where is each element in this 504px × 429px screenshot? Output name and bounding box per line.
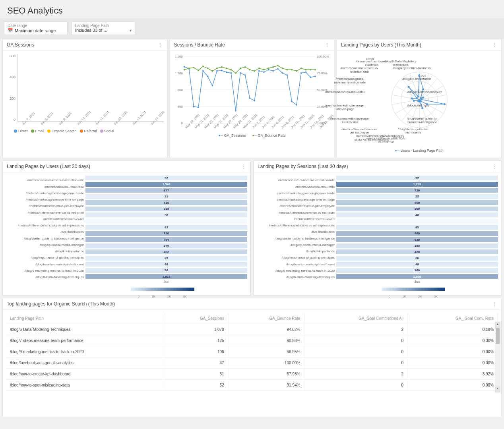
- legend-item: Referral: [80, 129, 97, 133]
- table-row[interactable]: /blog/how-to-spot-misleading-data5291.94…: [6, 380, 498, 391]
- column-header[interactable]: GA_ Goal Conv. Rate: [408, 313, 498, 324]
- card-menu-icon[interactable]: ⋮: [157, 42, 163, 48]
- svg-point-35: [277, 68, 279, 70]
- svg-text:100.00%: 100.00%: [317, 55, 329, 58]
- radar-axis-label: /metrics/saas/gross-revenue-retention-ra…: [330, 77, 370, 85]
- radar-axis-label: /blog/key-metrics-business: [393, 67, 431, 70]
- radar-legend: ●─ Users - Landing Page Path: [340, 149, 498, 153]
- svg-point-43: [314, 75, 316, 77]
- svg-point-30: [254, 100, 255, 101]
- radar-axis-label: /metrics/saas/net-revenue-retention-rate: [339, 67, 379, 74]
- heat-label: /metrics/saas/dau-mau-ratio: [6, 185, 84, 189]
- heat-cell: 810: [85, 231, 247, 236]
- table-cell: /blog/7-steps-measure-team-performance: [6, 335, 165, 346]
- svg-point-98: [422, 97, 424, 99]
- card-menu-icon[interactable]: ⋮: [241, 163, 246, 170]
- radar-chart: Other/blog/6-Data-Modeling-Techniques/bl…: [340, 54, 498, 145]
- column-header[interactable]: Landing Page Path: [6, 313, 165, 324]
- date-range-dropdown[interactable]: Date range 📅Maximum date range: [4, 21, 68, 35]
- table-cell: 0.00%: [408, 380, 498, 391]
- svg-point-59: [254, 70, 255, 72]
- svg-point-65: [281, 68, 283, 69]
- svg-text:0: 0: [181, 122, 183, 125]
- svg-text:400: 400: [177, 105, 183, 108]
- table-row[interactable]: /blog/6-Data-Modeling-Techniques1,07094.…: [6, 324, 498, 335]
- table-cell: /blog/how-to-spot-misleading-data: [6, 380, 165, 391]
- table-row[interactable]: /blog/how-to-create-kpi-dashboard5167.93…: [6, 369, 498, 380]
- heat-label: /blog/6-Data-Modeling-Techniques: [257, 275, 335, 279]
- heat-row-labels: /metrics/saas/net-revenue-retention-rate…: [6, 176, 85, 279]
- line-x-labels: May 19, 2021May 21, 2021May 23, 2021May …: [173, 127, 331, 130]
- heat-cell: 21: [85, 194, 247, 199]
- svg-point-19: [202, 70, 204, 72]
- heat-label: /blog/kpi-social-media-manager: [6, 243, 84, 247]
- table-cell: 0.00%: [408, 335, 498, 346]
- table-row[interactable]: /blog/7-steps-measure-team-performance12…: [6, 335, 498, 346]
- card-menu-icon[interactable]: ⋮: [492, 42, 497, 48]
- svg-point-72: [314, 69, 316, 70]
- svg-point-38: [291, 101, 293, 102]
- table-scrollbar[interactable]: ▴ ▾: [495, 322, 500, 392]
- heat-cell: 335: [85, 207, 247, 211]
- line-legend: ●─ GA_Sessions ●─ GA_Bounce Rate: [173, 133, 331, 137]
- column-header[interactable]: GA_Bounce Rate: [228, 313, 304, 324]
- heat-label: /blog/kpi-social-media-manager: [257, 243, 335, 247]
- radar-axis-label: /metrics/finance/revenue-per-employee: [339, 128, 379, 135]
- radar-axis-label: /metrics/difference/ad-clicks-vs-ad-impr…: [352, 135, 392, 142]
- svg-point-47: [198, 70, 199, 71]
- scroll-down-icon[interactable]: ▾: [495, 386, 500, 392]
- svg-point-26: [235, 110, 236, 112]
- table-cell: 106: [165, 346, 228, 358]
- heat-cell: 360: [336, 207, 498, 211]
- heat-gradient: [382, 288, 445, 291]
- table-row[interactable]: /blog/9-marketing-metrics-to-track-in-20…: [6, 346, 498, 358]
- heat-label: /metrics/saas/net-revenue-retention-rate: [257, 178, 335, 182]
- heat-cell: 1,700: [336, 182, 498, 187]
- card-menu-icon[interactable]: ⋮: [492, 163, 497, 170]
- card-sessions-bounce: Sessions / Bounce Rate ⋮ 04008001,2001,6…: [170, 39, 335, 158]
- heat-cell: 720: [336, 188, 498, 193]
- column-header[interactable]: GA_Goal Completions All: [304, 313, 408, 324]
- svg-point-45: [188, 68, 190, 69]
- heat-label: /blog/9-marketing-metrics-to-track-in-20…: [6, 269, 84, 272]
- svg-point-32: [263, 72, 264, 73]
- heat-label: /blog/kpi-importance: [6, 249, 84, 253]
- heat-label: /live-dashboards: [6, 230, 84, 234]
- heat-label: /metrics/marketing/average-time-on-page: [257, 198, 335, 201]
- landing-page-path-dropdown[interactable]: Landing Page Path Includes 33 of ...▾: [72, 21, 135, 35]
- card-table-top-landing: Top landing pages for Organic Search (Th…: [2, 298, 502, 417]
- table-cell: 68.95%: [228, 346, 304, 358]
- svg-point-40: [300, 72, 302, 74]
- heat-label: /metrics/difference/mrr-vs-arr: [257, 217, 335, 221]
- svg-point-50: [211, 70, 213, 72]
- heat-cell: 32: [85, 176, 247, 180]
- svg-point-39: [296, 104, 297, 106]
- heat-label: /metrics/difference/ad-clicks-vs-ad-impr…: [6, 224, 84, 227]
- heat-cell: 1,080: [336, 274, 498, 279]
- svg-point-61: [263, 69, 264, 70]
- calendar-icon: 📅: [8, 28, 13, 33]
- radar-axis-label: /blog/starter-guide-to-dashboards: [393, 128, 433, 135]
- y-axis: 6004002000: [6, 54, 17, 122]
- table-cell: /blog/how-to-create-kpi-dashboard: [6, 369, 165, 380]
- date-range-value: Maximum date range: [15, 28, 56, 33]
- svg-point-24: [225, 72, 227, 73]
- card-title: GA Sessions: [7, 42, 34, 48]
- scroll-up-icon[interactable]: ▴: [495, 322, 500, 328]
- card-title: Landing Pages by Sessions (Last 30 days): [258, 164, 348, 169]
- scroll-thumb[interactable]: [496, 328, 500, 344]
- svg-point-15: [183, 66, 185, 68]
- column-header[interactable]: GA_Sessions: [165, 313, 228, 324]
- heat-label: /metrics/saas/net-revenue-retention-rate: [6, 178, 84, 182]
- table-row[interactable]: /blog/facebook-ads-google-analytics47100…: [6, 358, 498, 369]
- table-cell: 0: [304, 335, 408, 346]
- card-menu-icon[interactable]: ⋮: [324, 42, 330, 48]
- heat-cell: 96: [85, 268, 247, 273]
- heat-cell: 420: [336, 249, 498, 254]
- svg-point-53: [225, 68, 227, 69]
- card-heat-sessions: Landing Pages by Sessions (Last 30 days)…: [253, 160, 502, 296]
- svg-point-27: [240, 72, 241, 74]
- card-menu-icon[interactable]: ⋮: [492, 301, 497, 307]
- heat-label: /metrics/difference/revenue-vs-net-profi…: [257, 211, 335, 214]
- heat-xlabel: Jun: [257, 280, 498, 284]
